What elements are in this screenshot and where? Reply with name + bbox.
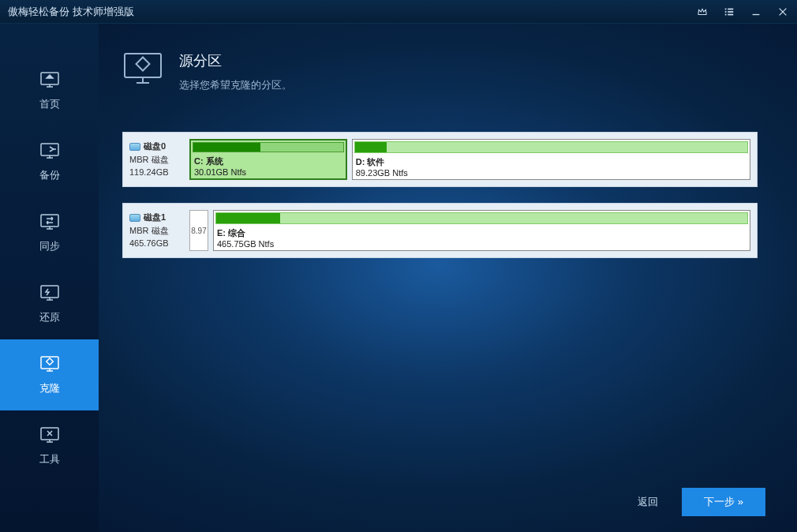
partition-d[interactable]: D: 软件 89.23GB Ntfs [352, 139, 750, 180]
sidebar-item-backup[interactable]: 备份 [0, 126, 99, 197]
sidebar-item-label: 备份 [39, 168, 60, 182]
main-content: 源分区 选择您希望克隆的分区。 磁盘0 MBR 磁盘 119.24GB [99, 24, 797, 532]
disk-name: 磁盘1 [129, 212, 185, 223]
disk-type: MBR 磁盘 [129, 225, 185, 237]
svg-rect-0 [725, 8, 727, 9]
svg-rect-14 [46, 358, 52, 365]
tools-icon [39, 425, 61, 444]
backup-icon [39, 141, 61, 160]
svg-rect-1 [728, 8, 733, 9]
disk-type: MBR 磁盘 [129, 154, 185, 166]
disk-name: 磁盘0 [129, 140, 185, 152]
monitor-icon [122, 51, 163, 86]
sidebar-item-clone[interactable]: 克隆 [0, 339, 99, 410]
disk-icon [129, 214, 140, 222]
partition-reserved[interactable]: 8.97 [189, 210, 208, 251]
partition-label: E: 综合 465.75GB Ntfs [214, 226, 750, 250]
clone-icon [39, 354, 61, 373]
partition-label: D: 软件 89.23GB Ntfs [353, 155, 750, 179]
sidebar-item-label: 工具 [39, 452, 60, 466]
svg-rect-3 [728, 11, 733, 13]
page-subtitle: 选择您希望克隆的分区。 [179, 78, 292, 92]
sidebar-item-restore[interactable]: 还原 [0, 268, 99, 339]
list-icon[interactable] [723, 6, 735, 18]
svg-rect-17 [137, 58, 150, 71]
partition-c[interactable]: C: 系统 30.01GB Ntfs [189, 139, 347, 180]
sidebar-item-label: 同步 [39, 239, 60, 253]
crown-icon[interactable] [696, 6, 709, 18]
close-icon[interactable] [776, 6, 789, 18]
restore-icon [39, 283, 61, 302]
sidebar-item-home[interactable]: 首页 [0, 55, 99, 126]
minimize-icon[interactable] [750, 6, 762, 18]
disk-icon [129, 143, 140, 151]
partitions: 8.97 E: 综合 465.75GB Ntfs [189, 210, 750, 251]
svg-rect-5 [728, 13, 733, 15]
usage-bar [193, 142, 344, 152]
footer: 返回 下一步 » [638, 488, 765, 516]
page-header: 源分区 选择您希望克隆的分区。 [122, 51, 758, 92]
usage-bar [354, 141, 748, 153]
disk-size: 119.24GB [129, 167, 185, 177]
usage-bar [215, 212, 748, 224]
sidebar-item-label: 首页 [39, 97, 60, 111]
titlebar: 傲梅轻松备份 技术师增强版 [0, 0, 797, 24]
app-title: 傲梅轻松备份 技术师增强版 [8, 5, 696, 19]
partitions: C: 系统 30.01GB Ntfs D: 软件 89.23GB Ntfs [189, 139, 750, 180]
page-title: 源分区 [179, 51, 292, 70]
sidebar-item-tools[interactable]: 工具 [0, 410, 99, 481]
disk-size: 465.76GB [129, 238, 185, 248]
svg-rect-2 [725, 11, 727, 13]
partition-label: C: 系统 30.01GB Ntfs [191, 154, 346, 178]
sidebar-item-label: 克隆 [39, 381, 60, 395]
svg-rect-4 [725, 13, 727, 15]
home-icon [39, 70, 61, 89]
disk-info: 磁盘1 MBR 磁盘 465.76GB [129, 210, 185, 251]
sidebar: 首页 备份 同步 还原 克隆 工具 [0, 24, 99, 532]
sidebar-item-sync[interactable]: 同步 [0, 197, 99, 268]
sync-icon [39, 212, 61, 231]
svg-rect-11 [41, 215, 58, 227]
disk-card: 磁盘0 MBR 磁盘 119.24GB C: 系统 30.01GB Ntfs [122, 132, 758, 187]
disk-list: 磁盘0 MBR 磁盘 119.24GB C: 系统 30.01GB Ntfs [122, 132, 758, 258]
back-button[interactable]: 返回 [638, 495, 658, 509]
partition-e[interactable]: E: 综合 465.75GB Ntfs [213, 210, 750, 251]
disk-card: 磁盘1 MBR 磁盘 465.76GB 8.97 E: 综合 465.75GB … [122, 203, 758, 258]
sidebar-item-label: 还原 [39, 310, 60, 324]
titlebar-controls [696, 6, 789, 18]
next-button[interactable]: 下一步 » [682, 488, 765, 516]
disk-info: 磁盘0 MBR 磁盘 119.24GB [129, 139, 185, 180]
